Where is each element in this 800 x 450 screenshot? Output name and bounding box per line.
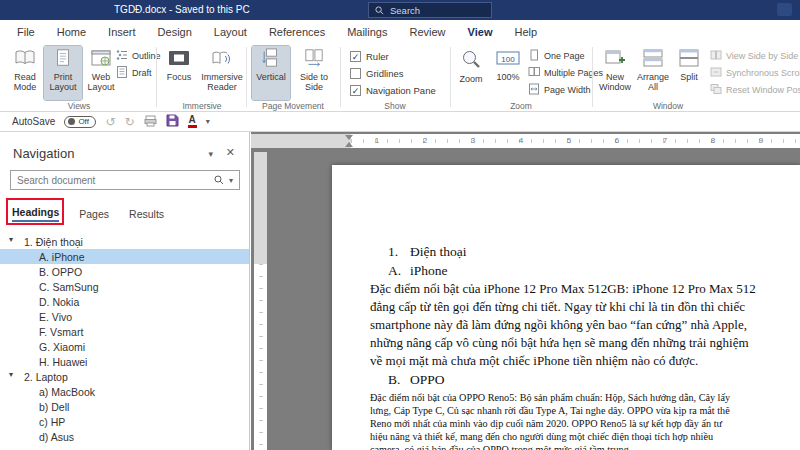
draft-button[interactable]: Draft [116,65,161,80]
print-layout-button[interactable]: Print Layout [44,46,82,100]
nav-tab-headings[interactable]: Headings [12,206,59,222]
show-group-label: Show [344,101,446,111]
ruler-number: 2 [423,136,427,145]
gridlines-checkbox[interactable]: Gridlines [350,66,436,80]
font-color-icon[interactable]: A [188,115,197,128]
print-layout-icon [53,48,73,72]
ruler-indent-icon[interactable] [345,135,353,140]
ribbon-group-page-movement: Vertical Side to Side Page Movement [250,44,336,112]
nav-item-label: F. Vsmart [39,326,83,338]
nav-item[interactable]: G. Xiaomi [0,339,249,354]
nav-item-label: d) Asus [39,431,74,443]
zoom-icon [460,48,482,74]
collapse-triangle-icon[interactable]: ▾ [9,370,13,379]
ribbon-tab-insert[interactable]: Insert [97,21,147,43]
ribbon-tab-home[interactable]: Home [46,21,97,43]
immersive-reader-button[interactable]: Immersive Reader [200,46,244,100]
nav-item[interactable]: F. Vsmart [0,324,249,339]
nav-item[interactable]: b) Dell [0,399,249,414]
autosave-state: Off [78,117,89,126]
autosave-toggle[interactable]: Off [64,116,96,128]
nav-item[interactable]: E. Vivo [0,309,249,324]
multiple-pages-icon [528,66,540,80]
titlebar-search[interactable]: Search [368,2,492,18]
ribbon-tab-mailings[interactable]: Mailings [336,21,398,43]
ribbon-group-immersive: Focus Immersive Reader Immersive [160,44,244,112]
reset-window-position-button[interactable]: Reset Window Position [710,82,800,97]
side-to-side-button[interactable]: Side to Side [294,46,334,100]
ribbon-tab-review[interactable]: Review [399,21,457,43]
nav-item[interactable]: H. Huawei [0,354,249,369]
zoom-button[interactable]: Zoom [454,46,488,100]
arrange-all-button[interactable]: Arrange All [634,46,672,100]
nav-item[interactable]: D. Nokia [0,294,249,309]
close-icon[interactable]: ✕ [226,146,235,159]
titlebar-button[interactable] [777,3,792,16]
view-side-by-side-button[interactable]: View Side by Side [710,48,800,63]
search-dropdown-icon[interactable]: ▾ [229,176,233,185]
zoom-100-icon: 100 [496,48,520,72]
ribbon-group-views: Read Mode Print Layout Web Layout Outlin… [4,44,154,112]
nav-item[interactable]: c) HP [0,414,249,429]
nav-tab-results[interactable]: Results [129,208,164,220]
vertical-ruler[interactable] [254,152,267,450]
reset-window-position-label: Reset Window Position [726,85,800,95]
undo-icon[interactable]: ↺ [105,116,115,128]
nav-item[interactable]: B. OPPO [0,264,249,279]
focus-icon [168,48,190,72]
group-separator [450,47,451,107]
new-window-icon [604,48,626,72]
nav-item[interactable]: ▾2. Laptop [0,369,249,384]
nav-item-label: D. Nokia [39,296,79,308]
search-icon[interactable] [214,171,224,189]
ribbon-tab-design[interactable]: Design [147,21,203,43]
toggle-knob-icon [68,118,75,125]
navigation-search-box[interactable]: Search document ▾ [10,170,240,190]
nav-headings-tree: ▾1. Điện thoạiA. iPhoneB. OPPOC. SamSung… [0,234,249,444]
navigation-pane-checkbox[interactable]: ✓ Navigation Pane [350,83,436,97]
ribbon-tab-help[interactable]: Help [503,21,548,43]
nav-item-label: H. Huawei [39,356,87,368]
arrange-all-label: Arrange All [634,72,672,92]
horizontal-ruler[interactable]: 123456789 [251,134,800,148]
read-mode-icon [14,48,36,72]
nav-tab-pages[interactable]: Pages [79,208,109,220]
nav-item[interactable]: A. iPhone [0,249,249,264]
read-mode-label: Read Mode [6,72,44,92]
collapse-triangle-icon[interactable]: ▾ [9,235,13,244]
redo-icon[interactable]: ↻ [124,116,134,128]
nav-item[interactable]: C. SamSung [0,279,249,294]
titlebar: TGDĐ.docx - Saved to this PC Search [0,0,800,20]
immersive-group-label: Immersive [160,101,244,111]
navigation-pane-title: Navigation [13,146,74,161]
ribbon-tab-references[interactable]: References [258,21,336,43]
heading-text: iPhone [410,263,448,279]
qat-more-icon[interactable]: ▾ [206,117,210,126]
nav-item[interactable]: a) MacBook [0,384,249,399]
zoom-100-button[interactable]: 100 100% [490,46,526,100]
navigation-options-icon[interactable]: ▾ [208,149,213,159]
split-icon [678,48,700,72]
synchronous-scrolling-button[interactable]: Synchronous Scrolling [710,65,800,80]
focus-button[interactable]: Focus [160,46,198,100]
printer-icon[interactable] [144,113,157,131]
save-icon[interactable] [166,113,179,131]
read-mode-button[interactable]: Read Mode [6,46,44,100]
split-button[interactable]: Split [672,46,706,100]
ribbon-tab-layout[interactable]: Layout [203,21,258,43]
nav-item[interactable]: d) Asus [0,429,249,444]
ribbon-tab-view[interactable]: View [457,21,504,43]
vertical-button[interactable]: Vertical [252,46,290,100]
nav-item[interactable]: ▾1. Điện thoại [0,234,249,249]
ruler-indent-icon[interactable] [345,142,353,147]
document-page[interactable]: 1. Điện thoại A. iPhone Đặc điểm nổi bật… [332,165,800,450]
ruler-checkbox[interactable]: ✓ Ruler [350,49,436,63]
autosave-label: AutoSave [12,116,55,127]
paragraph-oppo: Đặc điểm nổi bật của OPPO Reno5: Bộ sản … [370,391,800,450]
side-to-side-label: Side to Side [294,72,334,92]
ribbon-tab-file[interactable]: File [6,21,46,43]
outline-button[interactable]: Outline [116,48,161,63]
new-window-button[interactable]: New Window [596,46,634,100]
zoom-100-label: 100% [496,72,519,82]
web-layout-button[interactable]: Web Layout [82,46,120,100]
